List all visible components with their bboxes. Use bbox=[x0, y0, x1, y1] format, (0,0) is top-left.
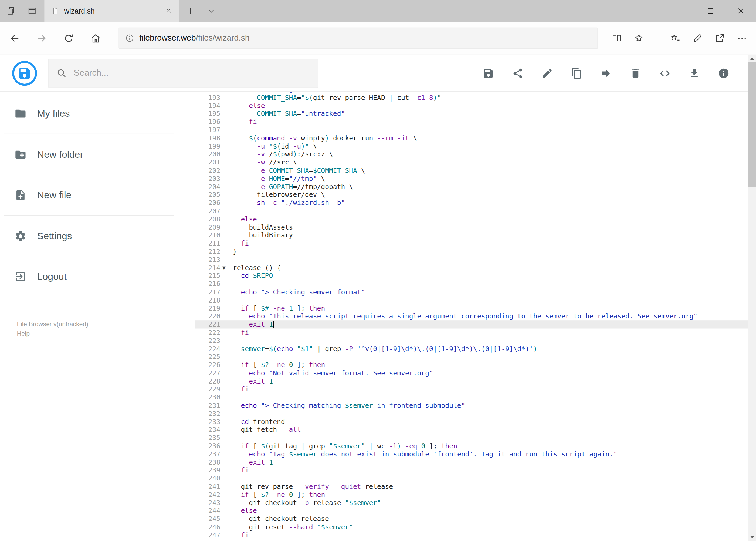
code-line[interactable]: 214▼release () { bbox=[195, 264, 748, 272]
close-button[interactable] bbox=[726, 0, 756, 22]
scrollbar-thumb[interactable] bbox=[748, 62, 756, 187]
code-line[interactable]: 241 git rev-parse --verify --quiet relea… bbox=[195, 482, 748, 490]
code-line[interactable]: 231 echo "> Checking matching $semver in… bbox=[195, 401, 748, 409]
code-line[interactable]: 221 exit 1 bbox=[195, 320, 748, 328]
code-line[interactable]: 218 bbox=[195, 296, 748, 304]
code-line[interactable]: 238 exit 1 bbox=[195, 458, 748, 466]
code-line[interactable]: 211 fi bbox=[195, 239, 748, 248]
code-line[interactable]: 202 -e COMMIT_SHA=$COMMIT_SHA \ bbox=[195, 166, 748, 175]
code-line[interactable]: 208 else bbox=[195, 215, 748, 223]
code-line[interactable]: 204 -e GOPATH=//tmp/gopath \ bbox=[195, 183, 748, 191]
address-bar[interactable]: filebrowser.web/files/wizard.sh bbox=[119, 28, 598, 49]
sidebar-item-logout[interactable]: Logout bbox=[0, 256, 195, 297]
code-line[interactable]: 215 cd $REPO bbox=[195, 272, 748, 280]
tab-preview-button[interactable] bbox=[21, 0, 43, 22]
code-line[interactable]: 199 -u "$(id -u)" \ bbox=[195, 142, 748, 150]
code-line[interactable]: 212} bbox=[195, 248, 748, 256]
code-line[interactable]: 209 buildAssets bbox=[195, 223, 748, 231]
code-line[interactable]: 230 bbox=[195, 393, 748, 401]
maximize-button[interactable] bbox=[695, 0, 726, 22]
code-line[interactable]: 196 fi bbox=[195, 118, 748, 126]
code-line[interactable]: 203 -e HOME="//tmp" \ bbox=[195, 175, 748, 183]
forward-button[interactable] bbox=[28, 25, 55, 52]
code-line[interactable]: 233 cd frontend bbox=[195, 417, 748, 426]
code-line[interactable]: 223 bbox=[195, 336, 748, 345]
help-link[interactable]: Help bbox=[17, 329, 89, 339]
filebrowser-logo[interactable] bbox=[12, 61, 37, 86]
reading-view-button[interactable] bbox=[606, 26, 628, 50]
sidebar-item-new-file[interactable]: New file bbox=[0, 175, 195, 215]
page-scrollbar[interactable] bbox=[748, 55, 756, 541]
code-line[interactable]: 226 if [ $? -ne 0 ]; then bbox=[195, 361, 748, 369]
code-line[interactable]: 198 $(command -v winpty) docker run --rm… bbox=[195, 134, 748, 142]
delete-button[interactable] bbox=[630, 67, 641, 79]
code-line[interactable]: 224 semver=$(echo "$1" | grep -P '^v(0|[… bbox=[195, 345, 748, 353]
code-line[interactable]: 220 echo "This release script requires a… bbox=[195, 312, 748, 320]
code-line[interactable]: 235 bbox=[195, 434, 748, 442]
fold-marker-icon[interactable]: ▼ bbox=[220, 264, 233, 272]
code-line[interactable]: 213 bbox=[195, 256, 748, 264]
code-line[interactable]: 232 bbox=[195, 409, 748, 417]
code-line[interactable]: 206 sh -c "./wizard.sh -b" bbox=[195, 199, 748, 207]
code-line[interactable]: 244 else bbox=[195, 507, 748, 515]
download-button[interactable] bbox=[688, 67, 700, 79]
share-button[interactable] bbox=[709, 26, 731, 50]
code-line[interactable]: 193 COMMIT_SHA="$(git rev-parse HEAD | c… bbox=[195, 94, 748, 102]
info-button[interactable] bbox=[718, 67, 730, 79]
code-text: echo "Not valid semver format. See semve… bbox=[233, 369, 748, 377]
code-line[interactable]: 229 fi bbox=[195, 385, 748, 393]
browser-tab[interactable]: wizard.sh bbox=[44, 0, 179, 22]
code-line[interactable]: 200 -v /$(pwd):/src:z \ bbox=[195, 150, 748, 158]
code-line[interactable]: 234 git fetch --all bbox=[195, 426, 748, 434]
copy-button[interactable] bbox=[571, 67, 583, 79]
code-line[interactable]: 243 git checkout -b release "$semver" bbox=[195, 499, 748, 507]
minimize-button[interactable] bbox=[665, 0, 695, 22]
code-editor[interactable]: 192 if [ -d ".git" ]; then193 COMMIT_SHA… bbox=[195, 92, 748, 541]
code-line[interactable]: 207 bbox=[195, 207, 748, 215]
code-line[interactable]: 245 git checkout release bbox=[195, 515, 748, 523]
new-tab-button[interactable] bbox=[179, 0, 201, 22]
sidebar-item-settings[interactable]: Settings bbox=[0, 216, 195, 256]
site-info-icon[interactable] bbox=[125, 33, 135, 43]
sidebar-item-my-files[interactable]: My files bbox=[0, 93, 195, 134]
code-line[interactable]: 217 echo "> Checking semver format" bbox=[195, 288, 748, 296]
code-line[interactable]: 222 fi bbox=[195, 328, 748, 336]
code-line[interactable]: 242 if [ $? -ne 0 ]; then bbox=[195, 490, 748, 499]
add-favorite-button[interactable] bbox=[628, 26, 650, 50]
code-line[interactable]: 216 bbox=[195, 280, 748, 288]
code-line[interactable]: 246 git reset --hard "$semver" bbox=[195, 523, 748, 531]
code-line[interactable]: 201 -w //src \ bbox=[195, 158, 748, 166]
tab-close-icon[interactable] bbox=[162, 5, 174, 17]
code-line[interactable]: 205 filebrowser/dev \ bbox=[195, 191, 748, 199]
more-button[interactable] bbox=[731, 26, 753, 50]
move-button[interactable] bbox=[600, 67, 612, 79]
code-line[interactable]: 228 exit 1 bbox=[195, 377, 748, 385]
web-note-button[interactable] bbox=[687, 26, 709, 50]
back-button[interactable] bbox=[1, 25, 28, 52]
code-line[interactable]: 210 buildBinary bbox=[195, 231, 748, 239]
code-line[interactable]: 227 echo "Not valid semver format. See s… bbox=[195, 369, 748, 377]
scroll-down-arrow[interactable] bbox=[748, 534, 756, 541]
refresh-button[interactable] bbox=[55, 25, 82, 52]
code-line[interactable]: 237 echo "Tag $semver does not exist in … bbox=[195, 450, 748, 458]
code-line[interactable]: 197 bbox=[195, 126, 748, 134]
home-button[interactable] bbox=[82, 25, 109, 52]
sidebar-item-new-folder[interactable]: New folder bbox=[0, 134, 195, 175]
code-line[interactable]: 194 else bbox=[195, 102, 748, 110]
set-tabs-aside-button[interactable] bbox=[0, 0, 21, 22]
hub-button[interactable] bbox=[664, 26, 687, 50]
code-line[interactable]: 240 bbox=[195, 474, 748, 482]
code-line[interactable]: 219 if [ $# -ne 1 ]; then bbox=[195, 304, 748, 312]
code-line[interactable]: 247 fi bbox=[195, 531, 748, 539]
search-input[interactable] bbox=[74, 68, 310, 78]
save-button[interactable] bbox=[483, 67, 494, 79]
code-line[interactable]: 195 COMMIT_SHA="untracked" bbox=[195, 110, 748, 118]
scroll-up-arrow[interactable] bbox=[748, 55, 756, 62]
code-line[interactable]: 225 bbox=[195, 353, 748, 361]
edit-source-button[interactable] bbox=[659, 67, 671, 79]
code-line[interactable]: 239 fi bbox=[195, 466, 748, 474]
tab-list-chevron-button[interactable] bbox=[200, 0, 222, 22]
rename-button[interactable] bbox=[541, 67, 553, 79]
code-line[interactable]: 236 if [ $(git tag | grep "$semver" | wc… bbox=[195, 442, 748, 450]
share-file-button[interactable] bbox=[512, 67, 524, 79]
